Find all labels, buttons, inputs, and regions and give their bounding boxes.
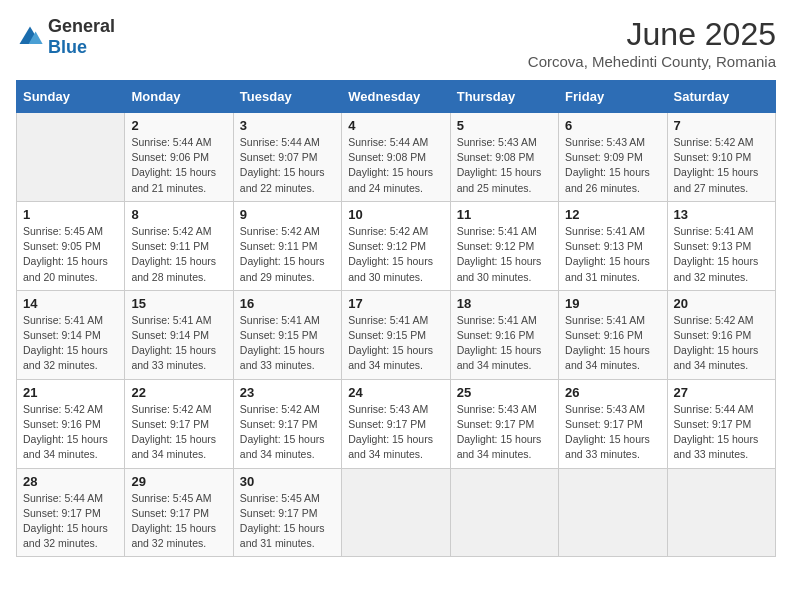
day-number: 4 (348, 118, 443, 133)
day-info: Sunrise: 5:42 AM Sunset: 9:11 PM Dayligh… (131, 224, 226, 285)
day-info: Sunrise: 5:41 AM Sunset: 9:16 PM Dayligh… (457, 313, 552, 374)
location-subtitle: Corcova, Mehedinti County, Romania (528, 53, 776, 70)
header-sunday: Sunday (17, 81, 125, 113)
day-number: 8 (131, 207, 226, 222)
day-info: Sunrise: 5:41 AM Sunset: 9:14 PM Dayligh… (23, 313, 118, 374)
day-number: 24 (348, 385, 443, 400)
calendar-cell (342, 468, 450, 557)
calendar-cell: 8Sunrise: 5:42 AM Sunset: 9:11 PM Daylig… (125, 201, 233, 290)
day-info: Sunrise: 5:44 AM Sunset: 9:07 PM Dayligh… (240, 135, 335, 196)
header-saturday: Saturday (667, 81, 775, 113)
calendar-cell: 22Sunrise: 5:42 AM Sunset: 9:17 PM Dayli… (125, 379, 233, 468)
header-thursday: Thursday (450, 81, 558, 113)
day-info: Sunrise: 5:41 AM Sunset: 9:14 PM Dayligh… (131, 313, 226, 374)
logo-icon (16, 23, 44, 51)
calendar-cell: 26Sunrise: 5:43 AM Sunset: 9:17 PM Dayli… (559, 379, 667, 468)
day-number: 23 (240, 385, 335, 400)
day-info: Sunrise: 5:43 AM Sunset: 9:17 PM Dayligh… (457, 402, 552, 463)
day-info: Sunrise: 5:41 AM Sunset: 9:16 PM Dayligh… (565, 313, 660, 374)
day-info: Sunrise: 5:43 AM Sunset: 9:17 PM Dayligh… (565, 402, 660, 463)
day-number: 1 (23, 207, 118, 222)
header-friday: Friday (559, 81, 667, 113)
day-info: Sunrise: 5:43 AM Sunset: 9:09 PM Dayligh… (565, 135, 660, 196)
day-info: Sunrise: 5:42 AM Sunset: 9:12 PM Dayligh… (348, 224, 443, 285)
calendar-cell: 5Sunrise: 5:43 AM Sunset: 9:08 PM Daylig… (450, 113, 558, 202)
header-wednesday: Wednesday (342, 81, 450, 113)
page-header: General Blue June 2025 Corcova, Mehedint… (16, 16, 776, 70)
day-number: 5 (457, 118, 552, 133)
calendar-cell (17, 113, 125, 202)
header-tuesday: Tuesday (233, 81, 341, 113)
calendar-cell: 29Sunrise: 5:45 AM Sunset: 9:17 PM Dayli… (125, 468, 233, 557)
day-info: Sunrise: 5:44 AM Sunset: 9:06 PM Dayligh… (131, 135, 226, 196)
day-number: 11 (457, 207, 552, 222)
day-info: Sunrise: 5:44 AM Sunset: 9:17 PM Dayligh… (23, 491, 118, 552)
calendar-cell: 7Sunrise: 5:42 AM Sunset: 9:10 PM Daylig… (667, 113, 775, 202)
calendar-cell: 21Sunrise: 5:42 AM Sunset: 9:16 PM Dayli… (17, 379, 125, 468)
day-number: 29 (131, 474, 226, 489)
day-info: Sunrise: 5:41 AM Sunset: 9:15 PM Dayligh… (240, 313, 335, 374)
day-info: Sunrise: 5:44 AM Sunset: 9:17 PM Dayligh… (674, 402, 769, 463)
calendar-cell: 17Sunrise: 5:41 AM Sunset: 9:15 PM Dayli… (342, 290, 450, 379)
day-number: 13 (674, 207, 769, 222)
day-number: 17 (348, 296, 443, 311)
calendar-header-row: Sunday Monday Tuesday Wednesday Thursday… (17, 81, 776, 113)
day-number: 7 (674, 118, 769, 133)
day-number: 14 (23, 296, 118, 311)
calendar-table: Sunday Monday Tuesday Wednesday Thursday… (16, 80, 776, 557)
calendar-cell: 19Sunrise: 5:41 AM Sunset: 9:16 PM Dayli… (559, 290, 667, 379)
calendar-cell: 2Sunrise: 5:44 AM Sunset: 9:06 PM Daylig… (125, 113, 233, 202)
day-number: 27 (674, 385, 769, 400)
calendar-cell (667, 468, 775, 557)
logo-text-blue: Blue (48, 37, 87, 57)
calendar-cell: 15Sunrise: 5:41 AM Sunset: 9:14 PM Dayli… (125, 290, 233, 379)
logo: General Blue (16, 16, 115, 58)
calendar-cell: 27Sunrise: 5:44 AM Sunset: 9:17 PM Dayli… (667, 379, 775, 468)
calendar-cell: 20Sunrise: 5:42 AM Sunset: 9:16 PM Dayli… (667, 290, 775, 379)
day-number: 15 (131, 296, 226, 311)
calendar-week-row: 1Sunrise: 5:45 AM Sunset: 9:05 PM Daylig… (17, 201, 776, 290)
day-number: 10 (348, 207, 443, 222)
day-info: Sunrise: 5:42 AM Sunset: 9:10 PM Dayligh… (674, 135, 769, 196)
title-area: June 2025 Corcova, Mehedinti County, Rom… (528, 16, 776, 70)
day-info: Sunrise: 5:45 AM Sunset: 9:17 PM Dayligh… (240, 491, 335, 552)
day-number: 26 (565, 385, 660, 400)
calendar-cell: 4Sunrise: 5:44 AM Sunset: 9:08 PM Daylig… (342, 113, 450, 202)
calendar-cell: 23Sunrise: 5:42 AM Sunset: 9:17 PM Dayli… (233, 379, 341, 468)
day-number: 12 (565, 207, 660, 222)
day-info: Sunrise: 5:41 AM Sunset: 9:13 PM Dayligh… (565, 224, 660, 285)
day-number: 19 (565, 296, 660, 311)
day-number: 30 (240, 474, 335, 489)
day-info: Sunrise: 5:45 AM Sunset: 9:05 PM Dayligh… (23, 224, 118, 285)
calendar-cell: 9Sunrise: 5:42 AM Sunset: 9:11 PM Daylig… (233, 201, 341, 290)
calendar-cell: 6Sunrise: 5:43 AM Sunset: 9:09 PM Daylig… (559, 113, 667, 202)
day-info: Sunrise: 5:42 AM Sunset: 9:11 PM Dayligh… (240, 224, 335, 285)
day-info: Sunrise: 5:44 AM Sunset: 9:08 PM Dayligh… (348, 135, 443, 196)
calendar-week-row: 14Sunrise: 5:41 AM Sunset: 9:14 PM Dayli… (17, 290, 776, 379)
day-info: Sunrise: 5:42 AM Sunset: 9:16 PM Dayligh… (674, 313, 769, 374)
day-info: Sunrise: 5:41 AM Sunset: 9:13 PM Dayligh… (674, 224, 769, 285)
logo-text-general: General (48, 16, 115, 36)
calendar-cell: 14Sunrise: 5:41 AM Sunset: 9:14 PM Dayli… (17, 290, 125, 379)
day-info: Sunrise: 5:43 AM Sunset: 9:17 PM Dayligh… (348, 402, 443, 463)
month-title: June 2025 (528, 16, 776, 53)
header-monday: Monday (125, 81, 233, 113)
calendar-cell: 18Sunrise: 5:41 AM Sunset: 9:16 PM Dayli… (450, 290, 558, 379)
day-info: Sunrise: 5:42 AM Sunset: 9:17 PM Dayligh… (131, 402, 226, 463)
calendar-cell: 3Sunrise: 5:44 AM Sunset: 9:07 PM Daylig… (233, 113, 341, 202)
day-number: 18 (457, 296, 552, 311)
calendar-week-row: 28Sunrise: 5:44 AM Sunset: 9:17 PM Dayli… (17, 468, 776, 557)
calendar-cell (450, 468, 558, 557)
day-number: 21 (23, 385, 118, 400)
calendar-cell: 12Sunrise: 5:41 AM Sunset: 9:13 PM Dayli… (559, 201, 667, 290)
calendar-cell: 1Sunrise: 5:45 AM Sunset: 9:05 PM Daylig… (17, 201, 125, 290)
calendar-cell: 30Sunrise: 5:45 AM Sunset: 9:17 PM Dayli… (233, 468, 341, 557)
calendar-cell: 10Sunrise: 5:42 AM Sunset: 9:12 PM Dayli… (342, 201, 450, 290)
day-number: 16 (240, 296, 335, 311)
day-number: 22 (131, 385, 226, 400)
calendar-cell (559, 468, 667, 557)
calendar-cell: 11Sunrise: 5:41 AM Sunset: 9:12 PM Dayli… (450, 201, 558, 290)
day-info: Sunrise: 5:42 AM Sunset: 9:17 PM Dayligh… (240, 402, 335, 463)
day-number: 2 (131, 118, 226, 133)
day-info: Sunrise: 5:43 AM Sunset: 9:08 PM Dayligh… (457, 135, 552, 196)
